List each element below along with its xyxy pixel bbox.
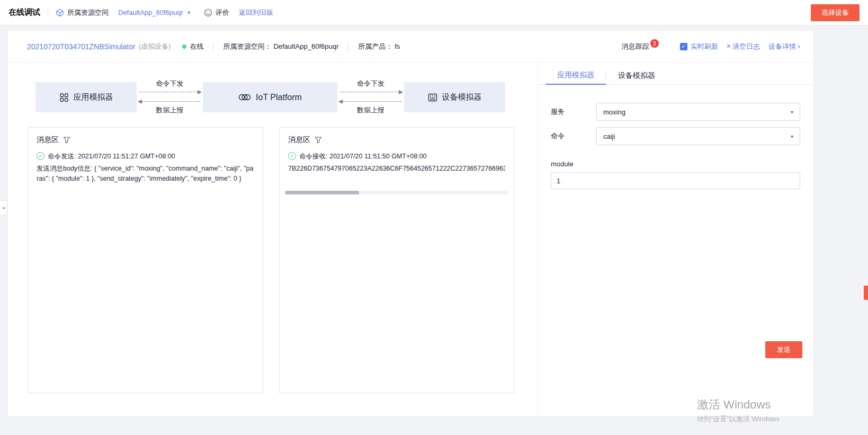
command-down-arrow [340,92,401,92]
message-trace-label: 消息跟踪 [622,42,649,50]
command-form: 服务 moxing ▾ 命令 caiji ▾ module [551,103,800,189]
command-down-label: 命令下发 [337,79,404,88]
realtime-refresh-label[interactable]: 实时刷新 [691,42,718,51]
data-up-label: 数据上报 [137,105,203,115]
service-row: 服务 moxing ▾ [551,103,800,121]
device-simulator-box: 设备模拟器 [404,82,505,112]
app-selector-value: DefaultApp_60f6puqr [118,8,183,16]
back-to-old-link[interactable]: 返回到旧版 [239,8,273,17]
cube-icon [56,8,64,17]
filter-icon[interactable] [63,136,70,144]
select-device-button[interactable]: 选择设备 [811,4,860,21]
divider [48,8,48,17]
chevron-down-icon: ▾ [187,10,190,15]
arrow-zone-platform-device: 命令下发 数据上报 [337,79,404,114]
realtime-refresh-checkbox[interactable]: ✓ [680,43,687,50]
sidebar-collapse-handle[interactable]: ◂ [0,200,7,215]
message-line: ✓ 命令发送: 2021/07/20 11:51:27 GMT+08:00 [37,152,254,162]
device-name-link[interactable]: 20210720T034701ZNBSimulator [27,42,136,51]
content: 应用模拟器 命令下发 数据上报 IoT Platform 命令下发 数据上报 [8,63,813,415]
command-down-label: 命令下发 [137,79,203,88]
resource-space-label: 所属资源空间： [223,42,271,51]
device-header: 20210720T034701ZNBSimulator (虚拟设备) 在线 所属… [8,31,813,63]
topbar: 在线调试 所属资源空间 DefaultApp_60f6puqr ▾ 评价 返回到… [0,0,868,25]
app-simulator-box: 应用模拟器 [35,82,137,112]
device-simulator-icon [428,93,437,102]
device-detail-link[interactable]: 设备详情› [768,41,800,51]
scrollbar-thumb[interactable] [285,191,359,194]
horizontal-scrollbar [285,191,508,194]
command-received-text: 命令接收: 2021/07/20 11:51:50 GMT+08:00 [299,152,427,162]
message-area-header: 消息区 [37,135,254,145]
app-selector[interactable]: DefaultApp_60f6puqr ▾ [118,8,190,16]
data-up-label: 数据上报 [337,105,404,115]
chevron-right-icon: › [798,41,800,50]
command-label: 命令 [551,131,596,141]
filter-icon[interactable] [315,136,322,144]
main-card: 20210720T034701ZNBSimulator (虚拟设备) 在线 所属… [8,31,813,416]
close-icon: × [727,42,731,50]
command-row: 命令 caiji ▾ [551,127,800,145]
online-status-dot [182,45,186,49]
command-select[interactable]: caiji ▾ [596,127,800,145]
send-button[interactable]: 发送 [765,341,802,358]
resource-space-value: DefaultApp_60f6puqr [273,42,338,50]
command-select-value: caiji [603,132,615,140]
device-detail-label: 设备详情 [768,42,796,50]
iot-platform-icon [238,93,251,102]
app-simulator-label: 应用模拟器 [74,92,113,102]
module-label: module [551,160,800,168]
message-line: ✓ 命令接收: 2021/07/20 11:51:50 GMT+08:00 [288,152,505,162]
realtime-refresh-group: ✓ 实时刷新 [680,42,718,51]
device-message-panel: 消息区 ✓ 命令接收: 2021/07/20 11:51:50 GMT+08:0… [279,127,514,393]
resource-space-label: 所属资源空间 [67,8,109,17]
product-label: 所属产品： [358,42,392,51]
app-message-panel: 消息区 ✓ 命令发送: 2021/07/20 11:51:27 GMT+08:0… [28,127,263,393]
device-name-suffix: (虚拟设备) [139,42,171,51]
command-sent-text: 命令发送: 2021/07/20 11:51:27 GMT+08:00 [48,152,175,162]
app-simulator-icon [59,93,69,102]
device-simulator-label: 设备模拟器 [442,92,482,102]
check-circle-icon: ✓ [288,152,296,160]
smiley-icon [204,8,212,17]
divider [213,42,213,51]
arrow-zone-app-platform: 命令下发 数据上报 [137,79,203,114]
command-hex-text: 7B226D736754797065223A22636C6F7564526571… [288,164,505,174]
message-area-title: 消息区 [288,135,310,145]
product-value: fs [395,42,400,50]
online-status-label: 在线 [190,42,203,51]
chevron-down-icon: ▾ [791,134,793,139]
data-up-arrow [139,101,200,102]
simulator-diagram-area: 应用模拟器 命令下发 数据上报 IoT Platform 命令下发 数据上报 [8,63,538,415]
message-trace-link[interactable]: 消息跟踪3 [622,42,659,51]
iot-platform-label: IoT Platform [256,93,302,102]
device-header-actions: 消息跟踪3 ✓ 实时刷新 ×清空日志 设备详情› [622,41,800,51]
message-trace-badge: 3 [650,39,659,48]
command-body-text: 发送消息body信息: { "service_id": "moxing", "c… [37,164,254,184]
iot-platform-box: IoT Platform [203,82,337,112]
page-title: 在线调试 [8,7,40,17]
feedback-link[interactable]: 评价 [204,8,229,17]
chevron-down-icon: ▾ [791,109,793,115]
message-area-title: 消息区 [37,135,59,145]
message-area-header: 消息区 [288,135,505,145]
clear-log-link[interactable]: ×清空日志 [727,42,760,51]
service-select[interactable]: moxing ▾ [596,103,800,121]
data-up-arrow [340,101,401,102]
tab-device-simulator[interactable]: 设备模拟器 [606,67,667,85]
service-label: 服务 [551,107,596,117]
check-circle-icon: ✓ [37,152,44,160]
service-select-value: moxing [603,108,625,116]
tab-app-simulator[interactable]: 应用模拟器 [545,67,606,85]
clear-log-label: 清空日志 [732,42,760,50]
command-down-arrow [139,92,200,92]
resource-space-group: 所属资源空间 [56,8,109,17]
module-input[interactable] [551,172,800,189]
simulator-control-panel: 应用模拟器 设备模拟器 服务 moxing ▾ 命令 caiji ▾ [538,63,813,415]
feedback-edge-tab[interactable] [864,286,868,300]
feedback-label: 评价 [216,8,229,17]
simulator-tabs: 应用模拟器 设备模拟器 [538,67,813,85]
divider [348,42,348,51]
